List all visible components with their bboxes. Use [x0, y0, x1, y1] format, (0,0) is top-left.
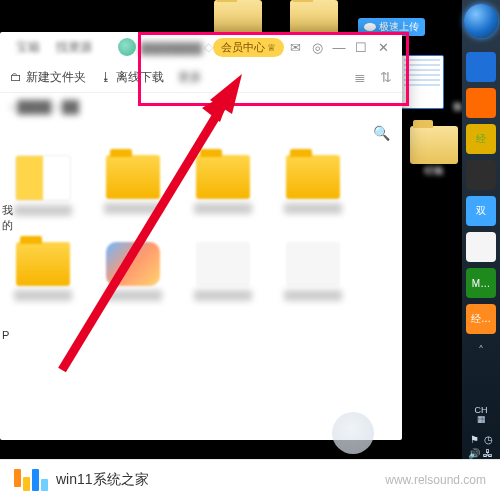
desktop-folder[interactable]: 经验 — [406, 126, 461, 178]
system-tray[interactable]: ⚑ ◷ 🔊 🖧 — [466, 434, 496, 460]
language-indicator[interactable]: CH ▦ — [475, 406, 488, 424]
desktop-folder-label: 经验 — [406, 164, 461, 178]
sort-icon[interactable]: ⇅ — [380, 69, 392, 85]
start-orb[interactable] — [464, 4, 498, 38]
left-labels: 我的 P — [0, 197, 20, 347]
maximize-icon[interactable]: ☐ — [350, 40, 372, 55]
toolbar: 🗀 新建文件夹 ⭳ 离线下载 更多 ≣ ⇅ — [0, 62, 402, 93]
brand-label: win11系统之家 — [56, 471, 149, 489]
grid-folder[interactable] — [194, 155, 252, 216]
taskbar-app-label: M… — [472, 278, 490, 289]
offline-dl-label: 离线下载 — [116, 69, 164, 86]
tray-expand-icon[interactable]: ˄ — [478, 344, 484, 358]
grid-file[interactable] — [284, 242, 342, 301]
cloud-icon — [364, 23, 376, 31]
taskbar-app[interactable]: 双 — [466, 196, 496, 226]
assistant-bubble[interactable] — [332, 412, 374, 454]
more-label: 更多 — [178, 69, 202, 86]
new-folder-button[interactable]: 🗀 新建文件夹 — [10, 69, 86, 86]
search-icon[interactable]: 🔍 — [373, 125, 390, 141]
crown-icon: ♕ — [267, 42, 276, 53]
username-label: ████████ — [140, 42, 200, 52]
more-button[interactable]: 更多 — [178, 69, 202, 86]
breadcrumb[interactable]: › ████ › ██ — [0, 93, 402, 121]
site-url: www.relsound.com — [385, 473, 486, 487]
search-row: 🔍 — [0, 121, 402, 149]
grid-file[interactable] — [194, 242, 252, 301]
grid-folder[interactable] — [284, 155, 342, 216]
label-p: P — [2, 329, 18, 341]
new-folder-label: 新建文件夹 — [26, 69, 86, 86]
avatar — [118, 38, 136, 56]
close-icon[interactable]: ✕ — [372, 40, 394, 55]
diamond-icon: ◇ — [204, 40, 213, 54]
title-bar: 宝箱 找资源 ████████ ◇ 会员中心 ♕ ✉ ◎ — ☐ ✕ — [0, 32, 402, 62]
grid-app[interactable] — [104, 242, 162, 301]
taskbar-app-label: 双 — [476, 204, 486, 218]
offline-download-button[interactable]: ⭳ 离线下载 — [100, 69, 164, 86]
taskbar-app-label: 经… — [471, 312, 491, 326]
taskbar: 经 双 M… 经… ˄ CH ▦ ⚑ ◷ 🔊 🖧 — [462, 0, 500, 464]
tray-icon[interactable]: ⚑ — [468, 434, 480, 446]
list-view-icon[interactable]: ≣ — [354, 69, 366, 85]
grid-folder[interactable] — [104, 155, 162, 216]
taskbar-app[interactable] — [466, 88, 496, 118]
minimize-icon[interactable]: — — [328, 40, 350, 55]
app-window: 宝箱 找资源 ████████ ◇ 会员中心 ♕ ✉ ◎ — ☐ ✕ 🗀 新建文… — [0, 32, 402, 440]
taskbar-app[interactable]: M… — [466, 268, 496, 298]
mail-icon[interactable]: ✉ — [284, 40, 306, 55]
taskbar-app[interactable] — [466, 160, 496, 190]
tab-find-resources[interactable]: 找资源 — [48, 36, 100, 59]
brand-logo — [14, 469, 48, 491]
watermark-footer: win11系统之家 www.relsound.com — [0, 459, 500, 500]
kb-icon: ▦ — [475, 415, 488, 424]
desktop-label: 验 — [453, 101, 463, 112]
taskbar-app[interactable] — [466, 232, 496, 262]
download-icon: ⭳ — [100, 70, 112, 84]
taskbar-app[interactable]: 经 — [466, 124, 496, 154]
tray-icon[interactable]: ◷ — [482, 434, 494, 446]
tab-treasure[interactable]: 宝箱 — [8, 36, 48, 59]
taskbar-app[interactable] — [466, 52, 496, 82]
vip-label: 会员中心 — [221, 40, 265, 55]
skin-icon[interactable]: ◎ — [306, 40, 328, 55]
folder-plus-icon: 🗀 — [10, 70, 22, 84]
label-mine: 我的 — [2, 203, 18, 233]
taskbar-app[interactable]: 经… — [466, 304, 496, 334]
vip-center-button[interactable]: 会员中心 ♕ — [213, 38, 284, 57]
taskbar-app-label: 经 — [476, 132, 486, 146]
user-info[interactable]: ████████ ◇ — [118, 38, 213, 56]
grid-folder[interactable] — [14, 155, 72, 216]
grid-folder[interactable] — [14, 242, 72, 301]
brand: win11系统之家 — [14, 469, 149, 491]
file-grid — [0, 149, 402, 307]
